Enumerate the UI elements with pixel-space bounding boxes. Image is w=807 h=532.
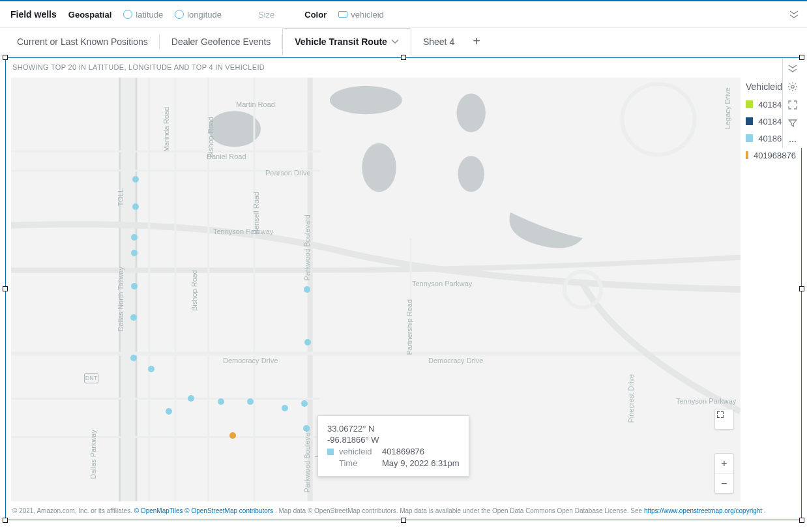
resize-handle-ne[interactable] bbox=[799, 55, 804, 60]
color-swatch-icon bbox=[338, 11, 347, 18]
field-color[interactable]: vehicleid bbox=[338, 10, 384, 20]
legend-swatch bbox=[746, 117, 753, 125]
rail-expand-icon[interactable] bbox=[786, 62, 799, 75]
map-data-point[interactable] bbox=[304, 286, 310, 293]
road-label: Pearson Drive bbox=[265, 169, 311, 177]
attr-link-osm-contrib[interactable]: © OpenStreetMap contributors bbox=[184, 507, 273, 514]
tooltip-time-value: May 9, 2022 6:31pm bbox=[382, 458, 460, 468]
tooltip-lat: 33.06722° N bbox=[327, 424, 460, 434]
map-data-point[interactable] bbox=[301, 400, 308, 407]
svg-point-9 bbox=[789, 141, 790, 142]
map-data-point[interactable] bbox=[148, 366, 154, 372]
zoom-in-button[interactable]: + bbox=[715, 454, 733, 473]
road-label: Bishop Road bbox=[190, 270, 198, 311]
field-longitude[interactable]: longitude bbox=[175, 10, 222, 20]
map-zoom-control: + − bbox=[714, 453, 734, 494]
tab-sheet-4[interactable]: Sheet 4 bbox=[411, 28, 466, 55]
road-label: Marinda Road bbox=[162, 107, 170, 152]
road-label: Daniel Road bbox=[207, 153, 246, 160]
road-label: Tennyson Parkway bbox=[213, 228, 273, 235]
map-data-point[interactable] bbox=[131, 250, 138, 256]
sheet-tabs: Current or Last Known Positions Dealer G… bbox=[0, 28, 807, 55]
gear-icon[interactable] bbox=[786, 80, 799, 93]
latitude-icon bbox=[123, 10, 132, 19]
road-label: Parkwood Boulevard bbox=[303, 426, 311, 493]
tooltip-swatch bbox=[327, 449, 334, 455]
map-data-point[interactable] bbox=[247, 398, 254, 405]
svg-point-3 bbox=[362, 143, 396, 192]
road-label: TOLL bbox=[117, 188, 125, 206]
resize-handle-e[interactable] bbox=[799, 286, 804, 291]
resize-handle-s[interactable] bbox=[401, 518, 406, 523]
map-data-point[interactable] bbox=[131, 283, 138, 289]
svg-point-2 bbox=[330, 86, 402, 114]
svg-point-1 bbox=[208, 111, 261, 147]
legend-swatch bbox=[746, 134, 753, 142]
road-label: Tennyson Parkway bbox=[676, 397, 736, 405]
resize-handle-w[interactable] bbox=[3, 286, 8, 291]
road-label: Parkwood Boulevard bbox=[303, 214, 311, 281]
longitude-icon bbox=[175, 10, 184, 19]
resize-handle-nw[interactable] bbox=[3, 55, 8, 60]
road-label: Democracy Drive bbox=[223, 357, 278, 364]
zoom-out-button[interactable]: − bbox=[715, 473, 733, 493]
map-data-point[interactable] bbox=[229, 432, 236, 439]
visual-caption: SHOWING TOP 20 IN LATITUDE, LONGITUDE AN… bbox=[6, 58, 801, 75]
map-attribution: © 2021, Amazon.com, Inc. or its affiliat… bbox=[12, 507, 795, 516]
expand-chevron-icon[interactable] bbox=[789, 10, 799, 20]
legend-swatch bbox=[746, 100, 753, 108]
road-label: Bishop Road bbox=[207, 117, 214, 158]
resize-handle-sw[interactable] bbox=[3, 518, 8, 523]
map-canvas[interactable]: Dallas North TollwayTOLLMartin RoadMarin… bbox=[11, 78, 741, 501]
map-data-point[interactable] bbox=[131, 234, 138, 241]
map-data-point[interactable] bbox=[132, 203, 139, 210]
road-label: Martin Road bbox=[236, 100, 275, 108]
map-locate-control[interactable] bbox=[714, 409, 734, 430]
chevron-down-icon bbox=[391, 37, 399, 47]
map-data-point[interactable] bbox=[282, 405, 288, 411]
map-data-point[interactable] bbox=[130, 355, 137, 361]
add-tab-button[interactable]: + bbox=[466, 34, 487, 49]
svg-point-11 bbox=[794, 141, 795, 142]
tab-dealer-geofence[interactable]: Dealer Geofence Events bbox=[160, 28, 283, 55]
tooltip-vehicle-label: vehicleid bbox=[339, 447, 377, 456]
resize-handle-n[interactable] bbox=[401, 55, 406, 60]
svg-point-5 bbox=[458, 156, 484, 192]
map-data-point[interactable] bbox=[304, 339, 311, 346]
tooltip-lng: -96.81866° W bbox=[327, 435, 460, 445]
tab-vehicle-transit-route[interactable]: Vehicle Transit Route bbox=[282, 28, 411, 55]
resize-handle-se[interactable] bbox=[799, 518, 804, 523]
map-data-point[interactable] bbox=[132, 176, 139, 183]
map-visual[interactable]: SHOWING TOP 20 IN LATITUDE, LONGITUDE AN… bbox=[5, 57, 802, 520]
more-icon[interactable] bbox=[786, 135, 799, 148]
locate-button[interactable] bbox=[715, 409, 733, 429]
field-wells-label: Field wells bbox=[10, 9, 57, 20]
legend-swatch bbox=[746, 151, 748, 159]
road-label: Tennyson Parkway bbox=[412, 280, 472, 288]
svg-point-10 bbox=[791, 141, 793, 142]
road-label: Democracy Drive bbox=[428, 357, 483, 364]
field-latitude[interactable]: latitude bbox=[123, 10, 163, 20]
maximize-icon[interactable] bbox=[786, 98, 799, 111]
svg-point-4 bbox=[456, 94, 485, 132]
attr-link-copyright[interactable]: https://www.openstreetmap.org/copyright bbox=[644, 507, 762, 514]
legend-label: 401968876 bbox=[754, 151, 796, 160]
tooltip-time-label: Time bbox=[339, 458, 377, 468]
road-label: Dallas Parkway bbox=[89, 430, 97, 479]
map-data-point[interactable] bbox=[303, 425, 310, 432]
map-data-point[interactable] bbox=[188, 395, 194, 402]
size-label: Size bbox=[258, 10, 274, 20]
visual-options-rail bbox=[782, 58, 802, 148]
tab-current-positions[interactable]: Current or Last Known Positions bbox=[5, 28, 160, 55]
field-wells-bar[interactable]: Field wells Geospatial latitude longitud… bbox=[0, 0, 807, 28]
map-data-point[interactable] bbox=[130, 314, 137, 321]
tooltip-vehicle-value: 401869876 bbox=[382, 447, 424, 456]
filter-icon[interactable] bbox=[786, 117, 799, 130]
map-data-point[interactable] bbox=[218, 398, 224, 405]
road-label: Legacy Drive bbox=[724, 87, 731, 129]
attr-link-openmaptiles[interactable]: © OpenMapTiles bbox=[134, 507, 183, 514]
map-data-point[interactable] bbox=[166, 408, 172, 415]
legend-item[interactable]: 401968876 bbox=[746, 147, 796, 164]
svg-point-8 bbox=[791, 85, 793, 88]
map-tooltip: 33.06722° N -96.81866° W vehicleid 40186… bbox=[317, 415, 469, 477]
